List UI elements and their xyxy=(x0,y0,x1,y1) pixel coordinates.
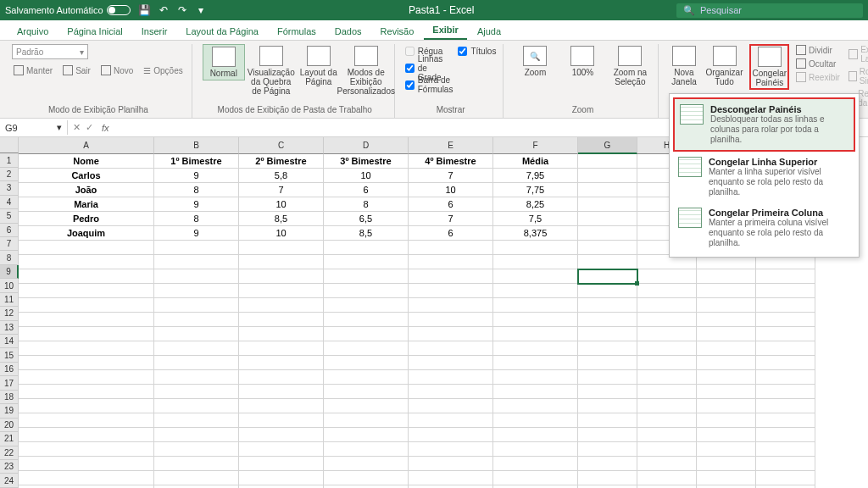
unfreeze-panes-item[interactable]: Descongelar PainéisDesbloquear todas as … xyxy=(673,97,855,152)
cell[interactable] xyxy=(493,399,578,413)
cell[interactable] xyxy=(578,399,637,413)
row-header[interactable]: 13 xyxy=(0,321,19,335)
zoom-button[interactable]: 🔍Zoom xyxy=(514,44,556,79)
cell[interactable] xyxy=(493,442,578,457)
undo-icon[interactable]: ↶ xyxy=(158,4,170,16)
cell[interactable]: 5,8 xyxy=(239,169,324,183)
cell[interactable]: Maria xyxy=(19,197,154,212)
cell[interactable] xyxy=(324,298,409,313)
cell[interactable]: 7,75 xyxy=(493,183,578,197)
cell[interactable] xyxy=(324,341,409,356)
cell[interactable] xyxy=(756,284,815,298)
row-header[interactable]: 15 xyxy=(0,348,19,362)
cell[interactable] xyxy=(493,241,578,255)
redo-icon[interactable]: ↷ xyxy=(176,4,188,16)
options-button[interactable]: ☰Opções xyxy=(142,64,184,76)
row-header[interactable]: 24 xyxy=(0,474,19,487)
pagebreak-view-button[interactable]: Visualização da Quebra de Página xyxy=(250,44,292,97)
cell[interactable] xyxy=(409,370,493,385)
cell[interactable]: 8,25 xyxy=(493,197,578,212)
view-combo[interactable]: Padrão▾ xyxy=(12,44,88,59)
cell[interactable] xyxy=(578,226,637,241)
cell[interactable]: 9 xyxy=(154,226,239,241)
cell[interactable] xyxy=(409,298,493,313)
cell[interactable] xyxy=(324,413,409,428)
freeze-first-col-item[interactable]: Congelar Primeira ColunaManter a primeir… xyxy=(673,202,855,253)
row-header[interactable]: 3 xyxy=(0,181,19,195)
cell[interactable]: 8 xyxy=(154,183,239,197)
cell[interactable] xyxy=(578,356,637,370)
cell[interactable] xyxy=(697,413,756,428)
cell[interactable] xyxy=(578,385,637,399)
cell[interactable] xyxy=(756,428,815,442)
cell[interactable] xyxy=(19,413,154,428)
hide-button[interactable]: Ocultar xyxy=(794,58,842,69)
zoom-selection-button[interactable]: Zoom na Seleção xyxy=(609,44,651,88)
cell[interactable] xyxy=(493,385,578,399)
select-all-corner[interactable] xyxy=(0,137,19,153)
cell[interactable] xyxy=(578,471,637,485)
cell[interactable] xyxy=(637,413,697,428)
cell[interactable] xyxy=(637,269,697,284)
save-icon[interactable]: 💾 xyxy=(139,4,151,16)
cell[interactable] xyxy=(578,457,637,471)
cell[interactable] xyxy=(697,471,756,485)
arrange-all-button[interactable]: Organizar Tudo xyxy=(704,44,745,88)
split-button[interactable]: Dividir xyxy=(794,44,842,56)
cell[interactable] xyxy=(578,154,637,169)
cell[interactable] xyxy=(697,428,756,442)
row-header[interactable]: 5 xyxy=(0,209,19,223)
cell[interactable] xyxy=(493,471,578,485)
cell[interactable] xyxy=(19,313,154,327)
column-header[interactable]: C xyxy=(239,137,324,154)
cell[interactable] xyxy=(239,385,324,399)
cell[interactable] xyxy=(154,255,239,269)
cell[interactable] xyxy=(409,269,493,284)
cell[interactable]: Pedro xyxy=(19,212,154,226)
cell[interactable] xyxy=(493,313,578,327)
cell[interactable] xyxy=(578,255,637,269)
name-box[interactable]: G9▾ xyxy=(0,120,68,135)
cell[interactable] xyxy=(239,428,324,442)
tab-layout-da-página[interactable]: Layout da Página xyxy=(177,23,267,40)
cell[interactable] xyxy=(756,313,815,327)
cell[interactable] xyxy=(409,399,493,413)
cell[interactable]: 7,5 xyxy=(493,212,578,226)
tab-revisão[interactable]: Revisão xyxy=(372,23,423,40)
cell[interactable] xyxy=(409,356,493,370)
column-header[interactable]: E xyxy=(409,137,493,154)
row-header[interactable]: 22 xyxy=(0,446,19,460)
cell[interactable] xyxy=(578,269,637,284)
cell[interactable]: 7 xyxy=(409,212,493,226)
tab-exibir[interactable]: Exibir xyxy=(424,21,467,40)
cell[interactable] xyxy=(154,442,239,457)
cell[interactable]: 8,375 xyxy=(493,226,578,241)
exit-button[interactable]: Sair xyxy=(61,64,92,76)
cell[interactable] xyxy=(19,255,154,269)
confirm-icon[interactable]: ✓ xyxy=(86,122,93,133)
cell[interactable] xyxy=(239,471,324,485)
cell[interactable]: Joaquim xyxy=(19,226,154,241)
cell[interactable] xyxy=(756,370,815,385)
cell[interactable] xyxy=(19,370,154,385)
cell[interactable] xyxy=(637,356,697,370)
keep-button[interactable]: Manter xyxy=(12,64,54,76)
custom-view-button[interactable]: Modos de Exibição Personalizados xyxy=(345,44,387,97)
cell[interactable] xyxy=(578,169,637,183)
cell[interactable]: 8,5 xyxy=(324,226,409,241)
cell[interactable] xyxy=(409,413,493,428)
cell[interactable] xyxy=(756,356,815,370)
cell[interactable] xyxy=(19,457,154,471)
side-by-side-button[interactable]: Exibir Lado a Lado xyxy=(847,44,868,64)
sync-scroll-button[interactable]: Rolagem Sincronizada xyxy=(847,66,868,86)
row-header[interactable]: 9 xyxy=(0,265,19,279)
cell[interactable] xyxy=(409,241,493,255)
cell[interactable]: Média xyxy=(493,154,578,169)
cell[interactable] xyxy=(409,471,493,485)
normal-view-button[interactable]: Normal xyxy=(203,44,245,80)
cell[interactable] xyxy=(578,327,637,341)
cell[interactable]: 2º Bimestre xyxy=(239,154,324,169)
cell[interactable] xyxy=(409,457,493,471)
cell[interactable] xyxy=(324,385,409,399)
cell[interactable] xyxy=(493,356,578,370)
